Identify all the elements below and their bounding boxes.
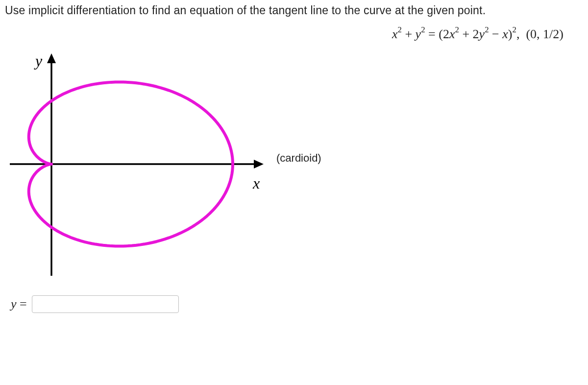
eq-plus2: + xyxy=(462,27,469,41)
y-axis-label: y xyxy=(34,52,43,70)
eq-equals: = xyxy=(428,27,436,41)
eq-rparen: ) xyxy=(508,27,513,41)
curve-equation: x2 + y2 = (2x2 + 2y2 − x)2, (0, 1/2) xyxy=(392,26,564,42)
eq-minus: − xyxy=(492,27,499,41)
eq-x2: x xyxy=(449,27,455,41)
instruction-text: Use implicit differentiation to find an … xyxy=(5,4,583,17)
x-axis-label: x xyxy=(252,174,260,192)
eq-2a: 2 xyxy=(443,27,449,41)
answer-label: y = xyxy=(11,297,27,312)
svg-marker-1 xyxy=(254,160,264,168)
eq-y2: y xyxy=(479,27,485,41)
eq-outer-exp: 2 xyxy=(513,25,516,34)
eq-2b: 2 xyxy=(473,27,479,41)
eq-x2-exp: 2 xyxy=(455,25,459,34)
answer-row: y = xyxy=(5,295,583,313)
eq-y-exp: 2 xyxy=(421,25,425,34)
equation-row: x2 + y2 = (2x2 + 2y2 − x)2, (0, 1/2) xyxy=(5,26,583,42)
eq-y: y xyxy=(416,27,421,41)
answer-y: y xyxy=(11,297,17,311)
eq-y2-exp: 2 xyxy=(485,25,489,34)
cardioid-plot: y x xyxy=(5,47,270,282)
answer-eq: = xyxy=(20,297,27,311)
svg-marker-3 xyxy=(47,53,56,63)
eq-x: x xyxy=(392,27,398,41)
eq-plus1: + xyxy=(405,27,412,41)
answer-input[interactable] xyxy=(32,295,179,313)
curve-caption: (cardioid) xyxy=(276,152,321,165)
eq-lparen: ( xyxy=(439,27,443,41)
eq-comma: , xyxy=(516,27,520,41)
eq-point: (0, 1/2) xyxy=(526,27,564,41)
eq-x-exp: 2 xyxy=(397,25,401,34)
eq-x3: x xyxy=(502,27,508,41)
